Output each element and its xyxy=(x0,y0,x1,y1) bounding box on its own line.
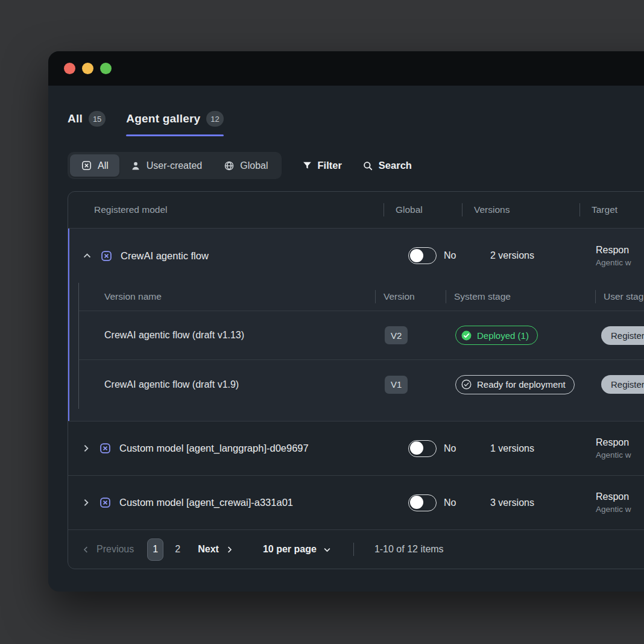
global-toggle[interactable] xyxy=(408,247,437,264)
user-stage-register-button[interactable]: Register xyxy=(601,326,644,345)
tab-agent-gallery[interactable]: Agent gallery 12 xyxy=(126,111,223,136)
version-badge: V2 xyxy=(385,326,408,344)
tab-bar: All 15 Agent gallery 12 xyxy=(68,111,644,136)
column-header-versions[interactable]: Versions xyxy=(462,204,579,215)
check-circle-icon xyxy=(461,330,472,341)
previous-page-label: Previous xyxy=(96,544,134,555)
model-icon xyxy=(99,496,112,509)
column-header-version[interactable]: Version xyxy=(375,291,446,302)
versions-count: 3 versions xyxy=(462,497,579,508)
zoom-window-button[interactable] xyxy=(100,63,112,74)
versions-count: 1 versions xyxy=(462,443,579,454)
target-title: Respon xyxy=(596,435,644,449)
tab-all[interactable]: All 15 xyxy=(68,111,106,136)
next-page-label: Next xyxy=(198,544,219,555)
previous-page-button[interactable]: Previous xyxy=(81,544,134,555)
table-header-row: Registered model Global Versions Target xyxy=(68,192,644,229)
expand-chevron-right-icon[interactable] xyxy=(81,497,91,508)
segment-all[interactable]: All xyxy=(70,154,119,177)
page-button-2[interactable]: 2 xyxy=(169,538,186,561)
registered-models-table: Registered model Global Versions Target xyxy=(68,191,644,569)
chevron-down-icon xyxy=(323,545,332,554)
system-stage-badge-deployed: Deployed (1) xyxy=(455,326,538,345)
global-toggle[interactable] xyxy=(408,440,437,457)
target-title: Respon xyxy=(596,490,644,504)
segment-user-created-label: User-created xyxy=(147,160,202,171)
global-toggle-label: No xyxy=(444,443,456,454)
versions-count: 2 versions xyxy=(462,250,579,261)
filter-button-label: Filter xyxy=(318,160,342,171)
window-titlebar xyxy=(48,51,644,86)
pagination-divider xyxy=(353,543,354,556)
app-window: All 15 Agent gallery 12 All xyxy=(48,51,644,592)
close-window-button[interactable] xyxy=(64,63,75,74)
global-toggle[interactable] xyxy=(408,494,437,511)
model-icon xyxy=(100,250,113,262)
collapse-chevron-up-icon[interactable] xyxy=(82,251,92,261)
user-stage-register-button[interactable]: Register xyxy=(601,375,644,394)
global-toggle-label: No xyxy=(444,497,456,508)
segment-user-created[interactable]: User-created xyxy=(119,154,213,177)
user-icon xyxy=(130,160,141,171)
chevron-left-icon xyxy=(81,545,90,554)
model-name: Custom model [agent_langgraph]-d0e9697 xyxy=(119,443,309,454)
page-size-label: 10 per page xyxy=(263,544,317,555)
search-button-label: Search xyxy=(379,160,412,171)
model-name: Custom model [agent_crewai]-a331a01 xyxy=(119,497,293,508)
search-button[interactable]: Search xyxy=(362,160,412,171)
target-subtitle: Agentic w xyxy=(596,504,644,516)
expand-chevron-right-icon[interactable] xyxy=(81,443,91,453)
version-name: CrewAI agentic flow (draft v1.9) xyxy=(79,379,375,390)
model-group-crewai-agentic-flow: CrewAI agentic flow No 2 versions Respon… xyxy=(68,229,644,421)
next-page-button[interactable]: Next xyxy=(198,544,234,555)
model-icon xyxy=(81,160,92,171)
segment-global[interactable]: Global xyxy=(213,154,279,177)
chevron-right-icon xyxy=(225,545,234,554)
search-icon xyxy=(362,160,373,171)
column-header-target[interactable]: Target xyxy=(579,204,644,215)
versions-subtable: Version name Version System stage User s… xyxy=(78,283,644,409)
model-icon xyxy=(99,442,112,455)
column-header-global[interactable]: Global xyxy=(384,204,462,215)
target-subtitle: Agentic w xyxy=(596,449,644,461)
tab-agent-gallery-label: Agent gallery xyxy=(126,112,200,125)
minimize-window-button[interactable] xyxy=(82,63,93,74)
model-name: CrewAI agentic flow xyxy=(121,250,209,262)
version-badge: V1 xyxy=(385,376,408,394)
segment-global-label: Global xyxy=(240,160,268,171)
pagination-summary: 1-10 of 12 items xyxy=(374,544,444,555)
globe-icon xyxy=(224,160,235,171)
page-button-1[interactable]: 1 xyxy=(147,538,163,561)
version-row[interactable]: CrewAI agentic flow (draft v1.13) V2 Dep… xyxy=(79,311,644,360)
table-row[interactable]: Custom model [agent_langgraph]-d0e9697 N… xyxy=(68,421,644,476)
target-title: Respon xyxy=(596,243,644,257)
column-header-user-stage[interactable]: User stag xyxy=(595,291,644,302)
check-circle-outline-icon xyxy=(461,379,472,390)
pagination-bar: Previous 1 2 Next 10 per page 1- xyxy=(68,530,644,569)
column-header-system-stage[interactable]: System stage xyxy=(446,291,595,302)
version-name: CrewAI agentic flow (draft v1.13) xyxy=(79,330,375,341)
system-stage-badge-ready: Ready for deployment xyxy=(455,375,575,394)
tab-agent-gallery-count-badge: 12 xyxy=(206,111,223,127)
subtable-header-row: Version name Version System stage User s… xyxy=(79,283,644,311)
filter-button[interactable]: Filter xyxy=(302,160,342,171)
table-row[interactable]: Custom model [agent_crewai]-a331a01 No 3… xyxy=(68,476,644,530)
table-row[interactable]: CrewAI agentic flow No 2 versions Respon… xyxy=(69,229,644,283)
global-toggle-label: No xyxy=(444,250,456,261)
tab-all-count-badge: 15 xyxy=(89,111,106,127)
filter-bar: All User-created Global xyxy=(68,152,644,179)
column-header-registered-model[interactable]: Registered model xyxy=(68,204,384,215)
segment-all-label: All xyxy=(98,160,109,171)
tab-all-label: All xyxy=(68,112,83,125)
column-header-version-name[interactable]: Version name xyxy=(79,291,375,302)
page-size-dropdown[interactable]: 10 per page xyxy=(263,544,332,555)
target-subtitle: Agentic w xyxy=(596,257,644,269)
filter-funnel-icon xyxy=(302,160,312,171)
source-segmented-control: All User-created Global xyxy=(68,152,282,179)
version-row[interactable]: CrewAI agentic flow (draft v1.9) V1 Read… xyxy=(79,360,644,409)
